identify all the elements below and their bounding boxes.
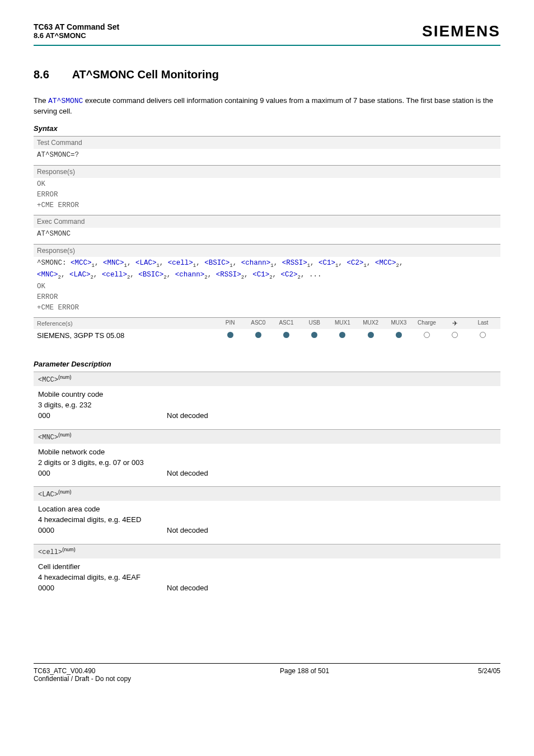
param-sup: (num) — [58, 432, 72, 438]
param-link[interactable]: <C1> — [252, 271, 269, 279]
ref-col-header: ASC0 — [244, 320, 272, 327]
ref-col-header: Last — [469, 320, 497, 327]
ref-col-header: MUX2 — [357, 320, 385, 327]
syntax-label: Syntax — [34, 124, 500, 133]
ref-dot-cell — [385, 331, 413, 340]
param-line: Mobile network code — [38, 447, 496, 458]
exec-resp-error: ERROR — [37, 292, 497, 303]
test-command-text: AT^SMONC=? — [37, 150, 497, 161]
param-line: 4 hexadecimal digits, e.g. 4EAF — [38, 572, 496, 583]
ref-col-header: MUX3 — [385, 320, 413, 327]
param-kv-val: Not decoded — [167, 525, 208, 536]
param-link[interactable]: <RSSI> — [282, 259, 307, 267]
header-left: TC63 AT Command Set 8.6 AT^SMONC — [34, 22, 119, 40]
param-body: Mobile country code3 digits, e.g. 232000… — [34, 386, 500, 429]
param-link[interactable]: <C2> — [281, 271, 298, 279]
exec-responses-body: ^SMONC: <MCC>1, <MNC>1, <LAC>1, <cell>1,… — [34, 257, 500, 317]
param-link[interactable]: <MCC> — [375, 259, 396, 267]
intro-paragraph: The AT^SMONC execute command delivers ce… — [34, 96, 500, 116]
ref-dot-cell — [216, 331, 244, 340]
reference-dots — [216, 331, 497, 340]
param-sup: (num) — [62, 547, 76, 552]
dot-empty-icon — [424, 332, 430, 338]
param-line: 2 digits or 3 digits, e.g. 07 or 003 — [38, 458, 496, 468]
param-header: <MNC>(num) — [34, 429, 500, 444]
ref-col-header: ✈ — [441, 320, 469, 327]
ref-dot-cell — [441, 331, 469, 340]
dot-filled-icon — [311, 332, 317, 338]
param-line: Location area code — [38, 504, 496, 515]
param-body: Location area code4 hexadecimal digits, … — [34, 501, 500, 544]
intro-command-link[interactable]: AT^SMONC — [48, 97, 83, 105]
param-link[interactable]: <LAC> — [135, 259, 157, 267]
section-number: 8.6 — [34, 68, 49, 81]
doc-subtitle: 8.6 AT^SMONC — [34, 31, 119, 40]
ref-col-header: PIN — [216, 320, 244, 327]
resp-ok: OK — [37, 179, 497, 190]
param-body: Mobile network code2 digits or 3 digits,… — [34, 444, 500, 487]
page-header: TC63 AT Command Set 8.6 AT^SMONC SIEMENS — [34, 22, 500, 40]
ref-col-header: USB — [301, 320, 329, 327]
doc-title: TC63 AT Command Set — [34, 22, 119, 31]
param-tag: <cell> — [38, 548, 62, 556]
param-link[interactable]: <C1> — [318, 259, 335, 267]
test-responses-label: Response(s) — [34, 165, 500, 178]
param-tag: <LAC> — [38, 491, 58, 499]
dot-filled-icon — [283, 332, 289, 338]
param-kv-row: 0000Not decoded — [38, 583, 496, 594]
ref-col-header: MUX1 — [329, 320, 357, 327]
param-line: 4 hexadecimal digits, e.g. 4EED — [38, 515, 496, 525]
param-link[interactable]: <MCC> — [71, 259, 92, 267]
airplane-icon: ✈ — [452, 320, 458, 327]
param-link[interactable]: <BSIC> — [138, 271, 163, 279]
param-kv-val: Not decoded — [167, 411, 208, 421]
page-footer: TC63_ATC_V00.490 Confidential / Draft - … — [34, 663, 500, 683]
exec-command-text: AT^SMONC — [37, 229, 497, 240]
exec-response-line2: <MNC>2, <LAC>2, <cell>2, <BSIC>2, <chann… — [37, 270, 497, 281]
dot-filled-icon — [368, 332, 374, 338]
param-link[interactable]: <cell> — [102, 271, 127, 279]
reference-header-row: Reference(s) PINASC0ASC1USBMUX1MUX2MUX3C… — [34, 317, 500, 329]
param-kv-key: 000 — [38, 411, 167, 421]
param-link[interactable]: <chann> — [175, 271, 205, 279]
param-desc-label: Parameter Description — [34, 360, 500, 368]
param-link[interactable]: <RSSI> — [216, 271, 241, 279]
param-kv-row: 0000Not decoded — [38, 525, 496, 536]
footer-page: Page 188 of 501 — [280, 667, 329, 683]
ref-col-header: Charge — [413, 320, 441, 327]
resp-error: ERROR — [37, 190, 497, 200]
header-rule — [34, 45, 500, 46]
param-link[interactable]: <MNC> — [103, 259, 124, 267]
dot-filled-icon — [396, 332, 402, 338]
intro-rest: execute command delivers cell informatio… — [34, 96, 493, 115]
footer-confidential: Confidential / Draft - Do not copy — [34, 675, 131, 683]
parameter-description-section: Parameter Description <MCC>(num)Mobile c… — [34, 360, 500, 601]
param-link[interactable]: <LAC> — [69, 271, 91, 279]
footer-left: TC63_ATC_V00.490 Confidential / Draft - … — [34, 667, 131, 683]
exec-resp-cme: +CME ERROR — [37, 303, 497, 313]
param-line: 3 digits, e.g. 232 — [38, 400, 496, 411]
dot-filled-icon — [255, 332, 261, 338]
param-tag: <MCC> — [38, 376, 58, 384]
resp-cme: +CME ERROR — [37, 200, 497, 211]
param-tag: <MNC> — [38, 434, 58, 442]
dot-filled-icon — [227, 332, 233, 338]
ref-col-header: ASC1 — [272, 320, 300, 327]
exec-response-line1: ^SMONC: <MCC>1, <MNC>1, <LAC>1, <cell>1,… — [37, 258, 497, 270]
param-link[interactable]: <MNC> — [37, 271, 58, 279]
param-header: <LAC>(num) — [34, 486, 500, 501]
test-command-label: Test Command — [34, 136, 500, 149]
param-kv-val: Not decoded — [167, 583, 208, 594]
section-title-text: AT^SMONC Cell Monitoring — [72, 68, 219, 81]
param-sup: (num) — [58, 489, 72, 495]
exec-command-label: Exec Command — [34, 215, 500, 228]
ref-dot-cell — [301, 331, 329, 340]
ref-dot-cell — [329, 331, 357, 340]
param-link[interactable]: <chann> — [241, 259, 271, 267]
reference-body-row: SIEMENS, 3GPP TS 05.08 — [34, 329, 500, 345]
param-link[interactable]: <C2> — [347, 259, 364, 267]
dot-empty-icon — [480, 332, 486, 338]
param-line: Mobile country code — [38, 389, 496, 400]
param-link[interactable]: <BSIC> — [204, 259, 229, 267]
param-link[interactable]: <cell> — [168, 259, 193, 267]
